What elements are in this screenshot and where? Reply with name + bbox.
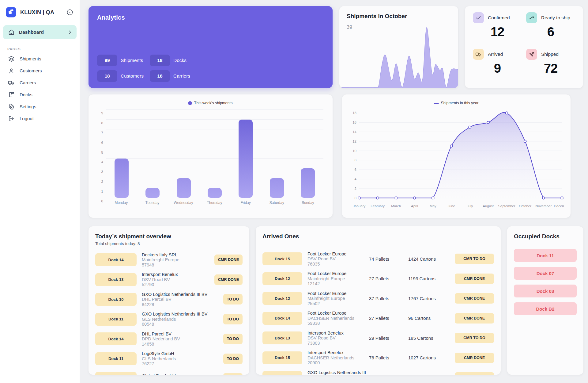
svg-text:16: 16 <box>352 121 356 124</box>
today-overview-panel: Today`s shipment overview Total shipment… <box>89 226 249 375</box>
y-axis-tick: 3 <box>101 170 103 174</box>
status-badge[interactable]: CMR DONE <box>455 274 494 284</box>
sidebar-item-label: Settings <box>20 104 36 109</box>
arrived-title: Arrived Ones <box>262 233 494 240</box>
stat-value-badge[interactable]: 99 <box>97 55 117 66</box>
pallets-count: 27 Pallets <box>369 316 408 321</box>
dock-badge[interactable]: Dock 10 <box>95 293 137 306</box>
target-icon[interactable] <box>66 9 74 16</box>
dock-badge[interactable]: Dock 11 <box>95 352 137 365</box>
shipment-info: Foot Locker EuropeMainfreight Europe1214… <box>307 271 369 286</box>
pallets-count: 76 Pallets <box>369 355 408 360</box>
status-label: Confirmed <box>488 15 510 21</box>
shipment-ref: 60548 <box>142 322 223 327</box>
status-badge[interactable]: TO DO <box>223 334 243 344</box>
occupied-dock-badge[interactable]: Dock 07 <box>514 267 577 280</box>
status-badge[interactable]: CMR TO DO <box>455 254 494 264</box>
truck-icon <box>473 49 484 60</box>
sidebar-item-carriers[interactable]: Carriers <box>0 77 80 89</box>
sidebar-item-dashboard[interactable]: Dashboard <box>3 25 77 39</box>
x-axis-label: Friday <box>230 201 261 205</box>
customer-name: LogiStyle GmbH <box>142 351 223 356</box>
status-value: 12 <box>473 25 522 39</box>
main-content: Analytics 99Shipments18Docks18Customers1… <box>80 0 588 383</box>
status-badge[interactable]: CMR DONE <box>455 293 494 304</box>
sidebar-item-label: Shipments <box>20 56 41 61</box>
status-label: Arrived <box>488 52 503 57</box>
pallets-count: 29 Pallets <box>369 335 408 341</box>
arrived-row[interactable]: Dock 15Foot Locker EuropeDSV Road BV7603… <box>262 249 494 269</box>
dock-badge[interactable]: Dock 14 <box>262 312 302 325</box>
svg-text:14: 14 <box>352 130 356 134</box>
occupied-dock-list: Dock 11Dock 07Dock 03Dock B2 <box>514 249 577 315</box>
dock-badge[interactable]: Dock 14 <box>95 253 137 266</box>
year-line-chart-card: Shipments in this year 024681012141618Ja… <box>342 94 571 218</box>
customer-name: Foot Locker Europe <box>307 291 369 296</box>
status-badge[interactable]: CMR DONE <box>214 274 243 285</box>
shipment-info: Global Foods NVDPD Nederland BV <box>142 373 223 375</box>
status-badge[interactable]: CMR DONE <box>455 353 494 363</box>
shipment-row[interactable]: Dock 13Global Foods NVDPD Nederland BVTO… <box>95 369 243 375</box>
arrived-row[interactable]: Dock 12Foot Locker EuropeMainfreight Eur… <box>262 269 494 289</box>
brand: KLUXIN | QA <box>0 4 80 21</box>
status-badge[interactable]: CMR TO DO <box>455 333 494 343</box>
sidebar-item-settings[interactable]: Settings <box>0 101 80 113</box>
shipment-info: Foot Locker EuropeDSV Road BV76035 <box>307 251 369 267</box>
status-badge[interactable]: TO DO <box>223 314 243 324</box>
dock-badge[interactable]: Dock 14 <box>95 332 137 345</box>
dock-badge[interactable]: Dock 11 <box>95 313 137 326</box>
shipment-info: LogiStyle GmbHGLS Netherlands76227 <box>142 351 223 366</box>
sidebar-item-customers[interactable]: Customers <box>0 65 80 77</box>
shipment-row[interactable]: Dock 11LogiStyle GmbHGLS Netherlands7622… <box>95 349 243 369</box>
svg-text:February: February <box>371 204 385 208</box>
dock-badge[interactable]: Dock 12 <box>262 272 302 285</box>
y-axis-tick: 1 <box>101 190 103 193</box>
cartons-count: 96 Cartons <box>408 316 455 321</box>
sidebar-item-shipments[interactable]: Shipments <box>0 53 80 65</box>
shipment-row[interactable]: Dock 14Deckers Italy SRLMainfreight Euro… <box>95 250 243 270</box>
status-badge[interactable]: CMR TO DO <box>455 372 494 375</box>
sidebar-item-label: Customers <box>20 68 42 73</box>
shipment-row[interactable]: Dock 13Intersport BeneluxDSV Road BV5279… <box>95 270 243 290</box>
dock-badge[interactable]: Dock 13 <box>262 331 302 344</box>
today-title: Today`s shipment overview <box>95 233 243 240</box>
dock-badge[interactable]: Dock 15 <box>262 351 302 364</box>
occupied-dock-badge[interactable]: Dock B2 <box>514 302 577 315</box>
arrived-row[interactable]: Dock 15Intersport BeneluxDACHSER Netherl… <box>262 348 494 368</box>
svg-text:September: September <box>498 204 515 208</box>
sidebar-item-docks[interactable]: Docks <box>0 89 80 101</box>
status-badge[interactable]: CMR DONE <box>455 313 494 324</box>
status-card-confirmed: Confirmed12 <box>473 12 522 46</box>
svg-text:6: 6 <box>355 168 356 171</box>
stat-value-badge[interactable]: 18 <box>150 55 170 66</box>
sidebar-item-logout[interactable]: Logout <box>0 113 80 124</box>
svg-text:March: March <box>391 204 401 208</box>
truck-icon <box>8 79 15 86</box>
occupied-dock-badge[interactable]: Dock 11 <box>514 249 577 262</box>
status-badge[interactable]: CMR DONE <box>214 255 243 265</box>
dock-badge[interactable]: Dock 12 <box>262 371 302 375</box>
stat-value-badge[interactable]: 18 <box>97 70 117 82</box>
stat-value-badge[interactable]: 18 <box>150 70 170 82</box>
cartons-count: 185 Cartons <box>408 335 455 341</box>
customer-name: DHL Parcel BV <box>142 331 223 337</box>
arrived-row[interactable]: Dock 14Foot Locker EuropeDACHSER Netherl… <box>262 308 494 328</box>
dock-badge[interactable]: Dock 13 <box>95 372 137 375</box>
shipment-ref: 14658 <box>142 342 223 347</box>
arrived-row[interactable]: Dock 13Intersport BeneluxDSV Road BV7380… <box>262 328 494 348</box>
arrived-row[interactable]: Dock 12GXO Logistics Netherlands III BVD… <box>262 368 494 375</box>
dock-badge[interactable]: Dock 13 <box>95 273 137 286</box>
status-badge[interactable]: TO DO <box>223 354 243 364</box>
stat-label: Docks <box>173 58 187 63</box>
status-badge[interactable]: TO DO <box>223 294 243 304</box>
dock-badge[interactable]: Dock 15 <box>262 252 302 265</box>
occupied-dock-badge[interactable]: Dock 03 <box>514 285 577 297</box>
shipment-row[interactable]: Dock 14DHL Parcel BVDPD Nederland BV1465… <box>95 329 243 349</box>
shipment-row[interactable]: Dock 11GXO Logistics Netherlands III BVG… <box>95 309 243 329</box>
status-badge[interactable]: TO DO <box>223 373 243 375</box>
status-value: 6 <box>526 25 575 39</box>
dock-badge[interactable]: Dock 12 <box>262 292 302 305</box>
shipment-row[interactable]: Dock 10GXO Logistics Netherlands III BVD… <box>95 289 243 309</box>
arrived-row[interactable]: Dock 12Foot Locker EuropeMainfreight Eur… <box>262 289 494 308</box>
customer-name: Intersport Benelux <box>307 331 369 336</box>
